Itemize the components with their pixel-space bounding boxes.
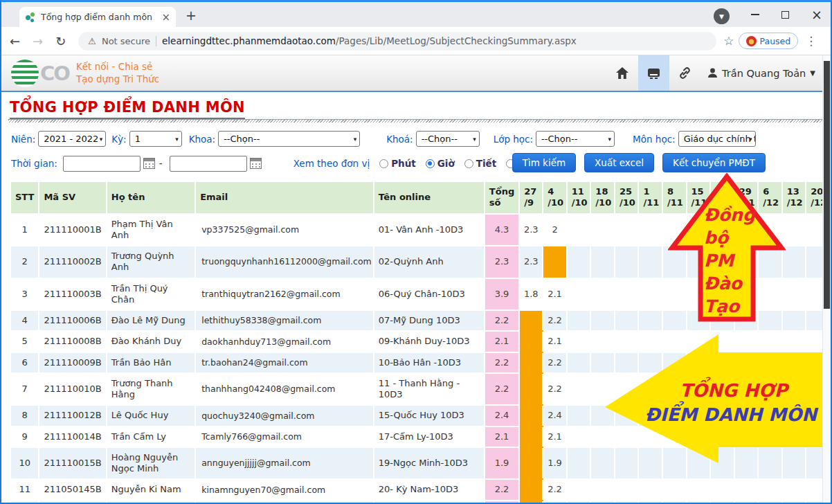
scrollbar[interactable] [822,55,831,503]
column-header-date: 27/9 [519,181,543,214]
cell-day-value: 1.8 [519,278,543,311]
lop-hoc-select[interactable]: --Chọn--▾ [536,131,615,147]
browser-window: Tổng hợp điểm danh môn × + ▼ × ← → ↻ ⚠ N… [0,0,832,504]
cell-absent [519,373,543,406]
cell-tong_so: 2.2 [485,373,519,406]
cell-day-value: 2.2 [543,310,567,331]
radio-icon[interactable] [464,159,473,168]
cell-day-value [567,352,591,373]
cell-stt: 4 [10,310,39,331]
cell-day-value [638,278,662,311]
forward-icon[interactable]: → [33,34,43,48]
inbox-icon[interactable] [638,55,669,91]
cell-tong_so [485,501,519,504]
eco-logo-letters: CO [40,62,69,85]
annotation-line: PM [704,249,755,272]
browser-menu-icon[interactable]: ⋮ [805,34,817,48]
url-text: elearningdttec.phanmemdaotao.com/Pages/L… [162,35,577,46]
cell-absent [519,405,543,426]
address-bar[interactable]: ⚠ Not secure elearningdttec.phanmemdaota… [78,32,716,51]
user-menu[interactable]: Trần Quang Toản ▼ [707,68,815,79]
cell-day-value: 2.1 [543,426,567,447]
cell-email: tr.baohan24@gmail.com [195,352,374,373]
logo-tagline: Kết nối - Chia sẻ Tạo dựng Tri Thức [76,61,159,85]
radio-selected-icon[interactable] [426,159,435,168]
cell-day-value [567,447,591,480]
radio-unit-gio[interactable]: Giờ [426,158,455,169]
cell-ho_ten: Phạm Thị Vân Anh [107,214,195,246]
thoi-gian-label: Thời gian: [11,158,57,169]
cell-day-value [615,479,639,500]
lop-hoc-label: Lớp học: [494,134,533,145]
close-button[interactable]: × [811,8,822,21]
calendar-icon[interactable] [143,158,155,169]
cell-absent [519,447,543,480]
minimize-button[interactable] [751,14,759,15]
cell-ma_sv: 211110015B [39,447,106,480]
column-header-ma_sv: Mã SV [39,181,106,214]
cell-stt: 8 [10,405,39,426]
page-title: TỔNG HỢP ĐIỂM DANH MÔN [10,99,245,119]
radio-unit-phut[interactable]: Phút [379,158,416,169]
browser-tab[interactable]: Tổng hợp điểm danh môn × [19,7,176,27]
title-divider [8,119,824,123]
cell-absent [519,426,543,447]
browser-profile-avatar[interactable]: ▼ [714,8,730,24]
home-icon[interactable] [606,55,638,91]
calendar-icon[interactable] [250,158,262,169]
reload-icon[interactable]: ↻ [55,34,66,48]
bookmark-star-icon[interactable]: ☆ [723,34,734,48]
khoa-select[interactable]: --Chọn--▾ [218,131,360,147]
cell-tong_so: 2.1 [485,426,519,447]
title-bar: Tổng hợp điểm danh môn × + ▼ × [1,2,831,27]
cell-email: truongquynhanh16112000@gmail.com [195,246,374,278]
new-tab-button[interactable]: + [186,8,197,23]
cell-email: annguyenjjjjj@gmail.com [195,447,374,480]
ky-select[interactable]: 1▾ [129,131,182,147]
cell-day-value: 2.2 [543,373,567,406]
link-icon[interactable] [669,55,700,91]
back-icon[interactable]: ← [10,34,20,48]
column-header-date: 11/10 [567,181,591,214]
cell-day-value [710,479,734,500]
cell-email: tranthiquytran2162@gmail.com [195,278,374,311]
tab-title: Tổng hợp điểm danh môn [41,12,157,22]
column-header-date: 1/11 [638,181,662,214]
cell-tong_so: 2.2 [485,310,519,331]
chevron-down-icon: ▼ [810,69,815,77]
cell-ma_sv: 211110003B [39,278,106,311]
radio-unit-tiet[interactable]: Tiết [464,158,496,169]
radio-icon[interactable] [379,159,388,168]
mon-hoc-select[interactable]: Giáo dục chính trị -▾ [678,131,756,147]
cell-ten_online: 10-Bảo Hân -10D3 [374,352,485,373]
annotation-line: Đồng [704,204,755,226]
scrollbar-thumb[interactable] [824,61,830,309]
cell-stt: 9 [10,426,39,447]
nien-select[interactable]: 2021 - 2022▾ [38,131,106,147]
tab-close-icon[interactable]: × [161,11,170,24]
extension-paused-badge[interactable]: Paused [739,33,799,49]
cell-day-value: 2.1 [543,278,567,311]
cell-day-value [590,310,615,331]
cell-absent [519,501,543,504]
radio-label: Phút [391,158,416,169]
cell-ma_sv [39,501,106,504]
date-from-input[interactable] [63,156,141,172]
chevron-down-icon: ▾ [749,136,752,143]
chevron-down-icon: ▾ [608,136,612,143]
cell-tong_so: 2.4 [485,405,519,426]
cell-ho_ten: Trần Bảo Hân [107,352,195,373]
annotation-up-arrow: ĐồngbộPMĐàoTạo [668,173,786,322]
date-to-input[interactable] [170,156,247,172]
cell-day-value [567,501,591,504]
cell-absent [519,352,543,373]
search-button[interactable]: Tìm kiếm [512,153,576,172]
chevron-down-icon: ▾ [354,136,357,143]
cell-stt: 10 [10,447,39,480]
annotation-left-arrow-line1: TỔNG HỢP [651,380,817,401]
transfer-pmdt-button[interactable]: Kết chuyển PMĐT [662,153,766,172]
export-excel-button[interactable]: Xuất excel [584,153,654,172]
cell-email: daokhanhduy713@gmail.com [195,331,374,352]
maximize-button[interactable] [781,11,789,19]
khoa2-select[interactable]: --Chọn--▾ [416,131,480,147]
